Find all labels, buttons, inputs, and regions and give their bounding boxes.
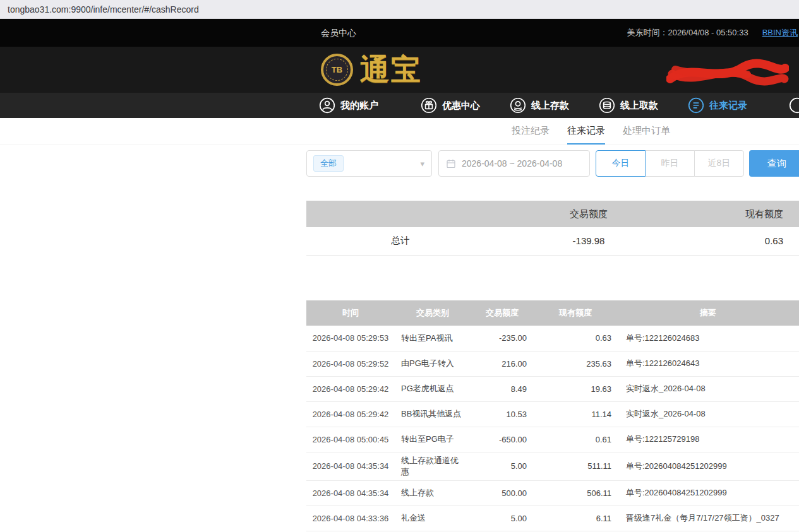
table-row: 2026-04-08 04:33:36礼金送5.006.11晋级逢7礼金（每月7… [306, 505, 799, 531]
cell-time: 2026-04-08 05:00:45 [306, 427, 395, 452]
page-url: tongbao31.com:9900/infe/mcenter/#/cashRe… [8, 4, 199, 15]
nav-item[interactable]: 我的账户 [319, 97, 378, 114]
eastern-time-label: 美东时间：2026/04/08 - 05:50:33 [627, 27, 748, 38]
cell-note: 晋级逢7礼金（每月7/17/27领工资）_0327 [617, 505, 799, 531]
records-tbody: 2026-04-08 05:29:53转出至PA视讯-235.000.63单号:… [306, 326, 799, 531]
cell-type: 转出至PA视讯 [395, 326, 471, 351]
date-range-value: 2026-04-08 ~ 2026-04-08 [462, 158, 562, 168]
cell-balance: 506.11 [534, 480, 617, 505]
nav-item[interactable]: 线上取款 [599, 97, 658, 114]
search-button[interactable]: 查询 [749, 150, 799, 177]
cell-type: PG老虎机返点 [395, 376, 471, 401]
date-range-input[interactable]: 2026-04-08 ~ 2026-04-08 [438, 150, 590, 177]
cell-time: 2026-04-08 05:29:53 [306, 326, 395, 351]
quick-date-button[interactable]: 昨日 [645, 150, 695, 177]
cell-note: 单号:122125729198 [617, 427, 799, 452]
records-column-header: 现有额度 [534, 300, 617, 326]
nav-item[interactable]: 线上存款 [510, 97, 569, 114]
nav-item-label: 优惠中心 [442, 100, 480, 112]
records-column-header: 交易类别 [395, 300, 471, 326]
cell-time: 2026-04-08 04:35:34 [306, 480, 395, 505]
gift-icon [421, 97, 437, 114]
cell-type: 转出至PG电子 [395, 427, 471, 452]
selected-type-tag: 全部 [313, 155, 344, 172]
sub-navigation: 投注纪录往来记录处理中订单 [0, 118, 799, 145]
cell-note: 单号:122126024683 [617, 326, 799, 351]
summary-trade-total: -139.98 [495, 227, 683, 255]
table-row: 2026-04-08 04:35:34线上存款通道优惠5.00511.11单号:… [306, 452, 799, 480]
summary-total-row: 总计 -139.98 0.63 [306, 227, 799, 255]
table-row: 2026-04-08 05:29:52由PG电子转入216.00235.63单号… [306, 351, 799, 376]
cell-time: 2026-04-08 04:35:34 [306, 452, 395, 480]
quick-date-buttons: 今日昨日近8日 [596, 150, 744, 177]
cell-time: 2026-04-08 05:29:42 [306, 376, 395, 401]
summary-table: 交易额度 现有额度 总计 -139.98 0.63 [306, 201, 799, 256]
chevron-down-icon: ▾ [420, 159, 424, 168]
cell-note: 单号:202604084251202999 [617, 452, 799, 480]
table-row: 2026-04-08 05:29:53转出至PA视讯-235.000.63单号:… [306, 326, 799, 351]
cell-balance: 19.63 [534, 376, 617, 401]
summary-header-balance: 现有额度 [683, 201, 799, 227]
user-icon [319, 97, 335, 114]
cell-note: 实时返水_2026-04-08 [617, 401, 799, 427]
top-utility-bar: 会员中心 美东时间：2026/04/08 - 05:50:33 BBIN资讯 [0, 19, 799, 47]
withdraw-icon [599, 97, 615, 114]
nav-item[interactable]: 往来记录 [688, 97, 747, 114]
table-row: 2026-04-08 04:35:34线上存款500.00506.11单号:20… [306, 480, 799, 505]
top-bar-right: 美东时间：2026/04/08 - 05:50:33 BBIN资讯 [627, 19, 798, 47]
cell-balance: 0.61 [534, 427, 617, 452]
cell-time: 2026-04-08 04:33:36 [306, 505, 395, 531]
quick-date-button[interactable]: 今日 [596, 150, 646, 177]
cell-amount: 216.00 [471, 351, 534, 376]
red-scribble-overlay [666, 57, 789, 89]
summary-balance-total: 0.63 [683, 227, 799, 255]
nav-item-label: 往来记录 [709, 100, 747, 112]
chip-label: TB [326, 59, 348, 81]
records-column-header: 交易额度 [471, 300, 534, 326]
summary-header-trade: 交易额度 [495, 201, 683, 227]
nav-item-label: 线上存款 [531, 100, 569, 112]
cell-type: 礼金送 [395, 505, 471, 531]
records-header-row: 时间交易类别交易额度现有额度摘要 [306, 300, 799, 326]
main-navigation: 我的账户优惠中心线上存款线上取款往来记录 [0, 93, 799, 118]
bbin-news-link[interactable]: BBIN资讯 [762, 27, 798, 38]
member-center-link[interactable]: 会员中心 [321, 19, 356, 47]
brand-chip-icon[interactable]: TB [321, 54, 353, 86]
nav-item[interactable]: 优惠中心 [421, 97, 480, 114]
cell-balance: 0.63 [534, 326, 617, 351]
cell-balance: 11.14 [534, 401, 617, 427]
brand-logo-text[interactable]: 通宝 [360, 47, 422, 93]
cell-type: 由PG电子转入 [395, 351, 471, 376]
calendar-icon [446, 158, 456, 168]
table-row: 2026-04-08 05:29:42PG老虎机返点8.4919.63实时返水_… [306, 376, 799, 401]
type-select[interactable]: 全部 ▾ [306, 150, 432, 177]
summary-header-row: 交易额度 现有额度 [306, 201, 799, 227]
subnav-item[interactable]: 处理中订单 [623, 118, 670, 145]
summary-total-label: 总计 [306, 227, 495, 255]
cell-amount: 8.49 [471, 376, 534, 401]
browser-address-bar[interactable]: tongbao31.com:9900/infe/mcenter/#/cashRe… [0, 0, 799, 19]
partial-nav-icon[interactable] [789, 97, 799, 114]
subnav-item[interactable]: 投注纪录 [512, 118, 550, 145]
nav-item-label: 我的账户 [340, 100, 378, 112]
cell-amount: 5.00 [471, 505, 534, 531]
cell-amount: -235.00 [471, 326, 534, 351]
cell-amount: 10.53 [471, 401, 534, 427]
table-row: 2026-04-08 05:00:45转出至PG电子-650.000.61单号:… [306, 427, 799, 452]
table-row: 2026-04-08 05:29:42BB视讯其他返点10.5311.14实时返… [306, 401, 799, 427]
cell-balance: 511.11 [534, 452, 617, 480]
cell-type: BB视讯其他返点 [395, 401, 471, 427]
cell-amount: 500.00 [471, 480, 534, 505]
nav-item-label: 线上取款 [620, 100, 658, 112]
subnav-item[interactable]: 往来记录 [567, 118, 605, 145]
cell-time: 2026-04-08 05:29:52 [306, 351, 395, 376]
records-table: 时间交易类别交易额度现有额度摘要 2026-04-08 05:29:53转出至P… [306, 300, 799, 531]
cell-balance: 6.11 [534, 505, 617, 531]
cell-amount: 5.00 [471, 452, 534, 480]
page: tongbao31.com:9900/infe/mcenter/#/cashRe… [0, 0, 799, 532]
filter-toolbar: 全部 ▾ 2026-04-08 ~ 2026-04-08 今日昨日近8日 查询 [306, 150, 799, 177]
summary-header-empty [306, 201, 495, 227]
cell-time: 2026-04-08 05:29:42 [306, 401, 395, 427]
cell-type: 线上存款通道优惠 [395, 452, 471, 480]
quick-date-button[interactable]: 近8日 [694, 150, 744, 177]
